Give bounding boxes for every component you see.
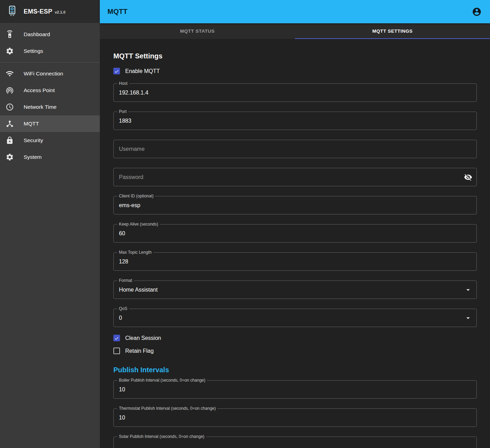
username-input[interactable]	[114, 140, 476, 158]
host-field[interactable]: Host	[113, 83, 477, 102]
app-name: EMS-ESP	[24, 8, 52, 15]
field-label: Max Topic Length	[117, 250, 153, 255]
account-circle-icon	[472, 7, 482, 17]
field-label: Boiler Publish Interval (seconds, 0=on c…	[117, 378, 207, 383]
publish-intervals-heading: Publish Intervals	[113, 366, 477, 374]
app-version: v2.1.0	[55, 10, 65, 14]
sidebar: EMS-ESP v2.1.0 Dashboard Settings	[0, 0, 100, 448]
keep-alive-input[interactable]	[114, 225, 476, 242]
account-button[interactable]	[471, 6, 482, 17]
field-label: Solar Publish Interval (seconds, 0=on ch…	[117, 434, 206, 439]
thermostat-publish-interval-field[interactable]: Thermostat Publish Interval (seconds, 0=…	[113, 408, 477, 427]
sidebar-item-label: WiFi Connection	[24, 71, 63, 77]
sidebar-item-security[interactable]: Security	[0, 132, 100, 149]
sidebar-item-wifi-connection[interactable]: WiFi Connection	[0, 65, 100, 82]
enable-mqtt-checkbox[interactable]: Enable MQTT	[113, 68, 160, 74]
username-field[interactable]	[113, 140, 477, 158]
host-input[interactable]	[114, 84, 476, 101]
keep-alive-field[interactable]: Keep Alive (seconds)	[113, 224, 477, 243]
form-heading: MQTT Settings	[113, 52, 477, 60]
sidebar-item-mqtt[interactable]: MQTT	[0, 115, 100, 132]
app-root: EMS-ESP v2.1.0 Dashboard Settings	[0, 0, 490, 448]
sidebar-item-label: MQTT	[24, 121, 39, 127]
sidebar-item-label: Network Time	[24, 104, 57, 110]
field-label: QoS	[117, 306, 129, 311]
password-field[interactable]	[113, 168, 477, 186]
tabbar: MQTT STATUS MQTT SETTINGS	[100, 23, 490, 39]
clock-icon	[6, 103, 14, 111]
mqtt-settings-panel: MQTT Settings Enable MQTT Host Port	[100, 39, 490, 448]
format-select[interactable]: Format Home Assistant	[113, 280, 477, 299]
brand: EMS-ESP v2.1.0	[24, 8, 65, 15]
toggle-password-visibility-button[interactable]	[464, 173, 472, 181]
sidebar-item-label: Access Point	[24, 87, 55, 93]
sidebar-item-access-point[interactable]: Access Point	[0, 82, 100, 99]
checkbox-label: Enable MQTT	[125, 68, 160, 74]
clean-session-checkbox[interactable]: Clean Session	[113, 335, 161, 341]
sidebar-divider	[0, 62, 100, 63]
sidebar-nav: Dashboard Settings WiFi Connection Acc	[0, 23, 100, 168]
tab-label: MQTT SETTINGS	[372, 28, 413, 34]
tab-label: MQTT STATUS	[180, 28, 215, 34]
sidebar-item-label: Security	[24, 137, 43, 144]
sidebar-item-network-time[interactable]: Network Time	[0, 99, 100, 115]
dropdown-arrow-icon	[464, 286, 472, 294]
app-logo-icon	[6, 5, 18, 18]
port-input[interactable]	[114, 112, 476, 130]
field-label: Client ID (optional)	[117, 194, 155, 198]
boiler-publish-interval-field[interactable]: Boiler Publish Interval (seconds, 0=on c…	[113, 380, 477, 399]
checkbox-checked-icon[interactable]	[113, 335, 120, 341]
wifi-icon	[6, 70, 14, 78]
tab-mqtt-settings[interactable]: MQTT SETTINGS	[295, 23, 490, 39]
field-label: Format	[117, 278, 134, 283]
qos-selected-value: 0	[114, 315, 476, 321]
lock-icon	[6, 136, 14, 145]
field-label: Port	[117, 109, 128, 114]
sidebar-item-dashboard[interactable]: Dashboard	[0, 26, 100, 43]
password-input[interactable]	[114, 168, 476, 186]
client-id-field[interactable]: Client ID (optional)	[113, 196, 477, 214]
field-label: Keep Alive (seconds)	[117, 222, 160, 227]
client-id-input[interactable]	[114, 196, 476, 214]
page-title: MQTT	[107, 8, 128, 16]
field-label: Host	[117, 81, 129, 86]
checkbox-checked-icon[interactable]	[113, 68, 120, 74]
sidebar-item-label: Dashboard	[24, 31, 50, 38]
appbar: MQTT	[100, 0, 490, 23]
remote-device-icon	[6, 30, 14, 39]
sidebar-header: EMS-ESP v2.1.0	[0, 0, 100, 23]
sidebar-item-settings[interactable]: Settings	[0, 43, 100, 59]
sidebar-item-system[interactable]: System	[0, 149, 100, 165]
checkbox-label: Retain Flag	[125, 348, 154, 354]
gear-icon	[6, 153, 14, 161]
wifi-tethering-icon	[6, 86, 14, 95]
qos-select[interactable]: QoS 0	[113, 309, 477, 327]
max-topic-length-field[interactable]: Max Topic Length	[113, 252, 477, 271]
checkbox-label: Clean Session	[125, 335, 161, 341]
tab-indicator	[295, 38, 490, 39]
field-label: Thermostat Publish Interval (seconds, 0=…	[117, 406, 217, 411]
device-hub-icon	[6, 120, 14, 128]
max-topic-length-input[interactable]	[114, 253, 476, 270]
tab-mqtt-status[interactable]: MQTT STATUS	[100, 23, 295, 39]
boiler-publish-interval-input[interactable]	[114, 381, 476, 398]
format-selected-value: Home Assistant	[114, 287, 476, 293]
sidebar-item-label: Settings	[24, 48, 43, 54]
port-field[interactable]: Port	[113, 112, 477, 130]
retain-flag-checkbox[interactable]: Retain Flag	[113, 348, 154, 354]
dropdown-arrow-icon	[464, 314, 472, 322]
thermostat-publish-interval-input[interactable]	[114, 409, 476, 426]
solar-publish-interval-field[interactable]: Solar Publish Interval (seconds, 0=on ch…	[113, 437, 477, 448]
gear-icon	[6, 47, 14, 55]
visibility-off-icon	[464, 173, 472, 181]
sidebar-item-label: System	[24, 154, 42, 160]
main-area: MQTT MQTT STATUS MQTT SETTINGS MQTT Sett…	[100, 0, 490, 448]
checkbox-unchecked-icon[interactable]	[113, 348, 120, 354]
